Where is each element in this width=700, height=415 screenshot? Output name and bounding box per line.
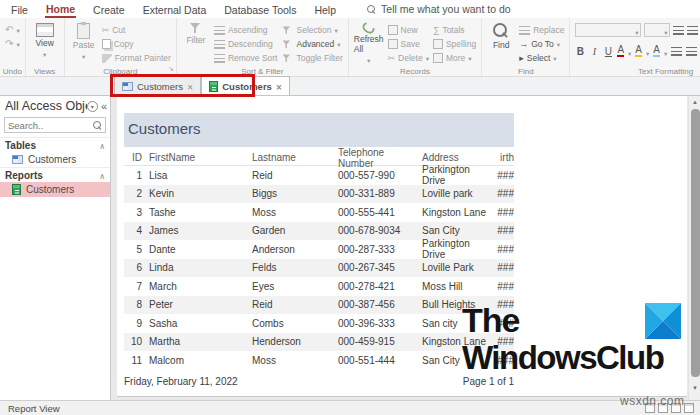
- report-cell: ###: [490, 225, 514, 236]
- nav-pane-menu-icon[interactable]: [87, 101, 98, 112]
- redo-button[interactable]: [5, 38, 20, 50]
- nav-pane-title-bar[interactable]: All Access Obje...: [0, 96, 110, 115]
- nav-item-customers-report[interactable]: Customers: [0, 182, 110, 197]
- underline-button[interactable]: U: [603, 46, 613, 57]
- goto-button[interactable]: Go To: [519, 38, 564, 50]
- report-cell: Moss: [252, 355, 338, 366]
- paste-button[interactable]: Paste: [70, 21, 98, 65]
- menu-create[interactable]: Create: [92, 2, 126, 17]
- numbering-icon[interactable]: [687, 26, 698, 35]
- sort-filter-group-label: Sort & Filter: [177, 67, 348, 76]
- delete-record-button[interactable]: Delete: [388, 52, 429, 64]
- advanced-button[interactable]: Advanced: [281, 38, 342, 50]
- report-cell: 3: [124, 207, 144, 218]
- collapse-group-icon[interactable]: [99, 140, 105, 151]
- menu-help[interactable]: Help: [313, 2, 337, 17]
- report-page-count: Page 1 of 1: [463, 376, 514, 387]
- find-label: Find: [493, 40, 510, 50]
- shutter-bar-close-icon[interactable]: [101, 99, 107, 113]
- tab-label: Customers: [222, 81, 272, 92]
- totals-button[interactable]: Totals: [433, 24, 476, 36]
- background-color-button[interactable]: A: [653, 45, 660, 57]
- find-button[interactable]: Find: [487, 21, 515, 65]
- descending-icon: [214, 40, 225, 49]
- save-record-button[interactable]: Save: [388, 38, 429, 50]
- report-cell: Kingston Lane: [422, 207, 490, 218]
- tab-customers-table[interactable]: Customers: [114, 76, 201, 95]
- report-row: 4JamesGarden000-678-9034San City###: [124, 222, 514, 241]
- replace-button[interactable]: Replace: [519, 24, 564, 36]
- copy-button[interactable]: Copy: [102, 38, 171, 50]
- italic-button[interactable]: I: [589, 46, 599, 57]
- find-icon: [493, 23, 509, 39]
- menu-database-tools[interactable]: Database Tools: [223, 2, 297, 17]
- ascending-button[interactable]: Ascending: [214, 24, 278, 36]
- spelling-button[interactable]: Spelling: [433, 38, 476, 50]
- more-button[interactable]: More: [433, 52, 476, 64]
- ribbon-group-records: Refresh All New Save Delete Totals Spell…: [349, 18, 482, 76]
- menu-external-data[interactable]: External Data: [142, 2, 208, 17]
- nav-search-box[interactable]: [4, 117, 106, 133]
- view-label: View: [36, 38, 54, 48]
- filter-button[interactable]: Filter: [182, 21, 210, 65]
- menu-home[interactable]: Home: [45, 1, 76, 18]
- toggle-filter-button[interactable]: Toggle Filter: [281, 52, 342, 64]
- cut-button[interactable]: Cut: [102, 24, 171, 36]
- report-cell: Combs: [252, 318, 338, 329]
- font-color-button[interactable]: A: [617, 45, 624, 57]
- font-name-select[interactable]: [575, 23, 641, 37]
- refresh-all-label: Refresh All: [354, 34, 384, 54]
- chevron-down-icon: [646, 42, 649, 60]
- close-tab-icon[interactable]: [276, 81, 282, 92]
- refresh-all-button[interactable]: Refresh All: [354, 21, 384, 65]
- ribbon-group-find: Find Replace Go To Select Find: [482, 18, 570, 76]
- tab-label: Customers: [137, 81, 183, 92]
- chevron-down-icon: [635, 21, 638, 39]
- remove-sort-button[interactable]: Remove Sort: [214, 52, 278, 64]
- copy-label: Copy: [114, 39, 134, 49]
- highlight-color-button[interactable]: A: [635, 45, 642, 57]
- new-record-button[interactable]: New: [388, 24, 429, 36]
- bullets-icon[interactable]: [673, 26, 684, 35]
- report-cell: 9: [124, 318, 144, 329]
- format-painter-button[interactable]: Format Painter: [102, 52, 171, 64]
- report-cell: 000-557-990: [338, 170, 422, 181]
- column-header-telephone: Telephone Number: [338, 147, 422, 169]
- scrollbar-thumb[interactable]: [691, 109, 700, 377]
- nav-group-tables[interactable]: Tables: [0, 137, 110, 152]
- select-button[interactable]: Select: [519, 52, 564, 64]
- tab-customers-report[interactable]: Customers: [201, 76, 290, 95]
- collapse-group-icon[interactable]: [99, 170, 105, 181]
- nav-search-input[interactable]: [5, 120, 93, 131]
- replace-icon: [519, 26, 530, 35]
- vertical-scrollbar[interactable]: [688, 96, 700, 400]
- report-cell: ###: [490, 244, 514, 255]
- paste-icon: [77, 23, 90, 39]
- ribbon-group-views: View Views: [26, 18, 65, 76]
- new-icon: [388, 25, 398, 35]
- view-button[interactable]: View: [31, 21, 59, 65]
- report-cell: Moss: [252, 207, 338, 218]
- descending-button[interactable]: Descending: [214, 38, 278, 50]
- font-size-select[interactable]: [644, 23, 670, 37]
- views-group-label: Views: [26, 67, 64, 76]
- delete-icon: [388, 54, 396, 63]
- scroll-down-arrow[interactable]: [689, 382, 700, 394]
- chevron-down-icon: [628, 42, 631, 60]
- menu-file[interactable]: File: [10, 2, 29, 17]
- design-view-icon[interactable]: [684, 403, 694, 413]
- scroll-up-arrow[interactable]: [689, 96, 700, 108]
- nav-item-customers-table[interactable]: Customers: [0, 152, 110, 167]
- tell-me-search[interactable]: Tell me what you want to do: [367, 3, 511, 15]
- undo-button[interactable]: [5, 24, 20, 36]
- goto-icon: [519, 40, 528, 49]
- bold-button[interactable]: B: [575, 46, 585, 57]
- close-tab-icon[interactable]: [187, 81, 193, 92]
- align-center-icon[interactable]: [686, 47, 697, 56]
- status-view-label: Report View: [8, 403, 60, 414]
- chevron-down-icon: [16, 39, 19, 49]
- selection-button[interactable]: Selection: [281, 24, 342, 36]
- align-left-icon[interactable]: [671, 47, 682, 56]
- chevron-down-icon: [426, 53, 429, 63]
- nav-group-reports[interactable]: Reports: [0, 167, 110, 182]
